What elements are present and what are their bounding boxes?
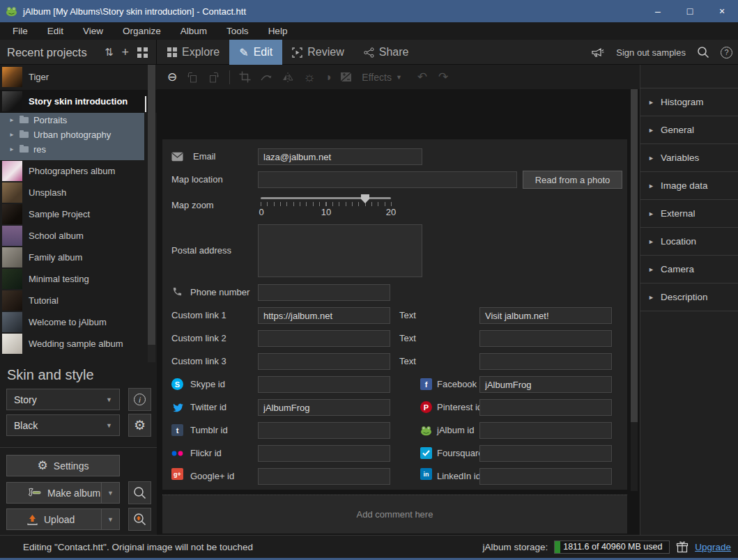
project-sample-project[interactable]: Sample Project [0,203,144,225]
contrast-icon[interactable]: ◑ [325,71,332,84]
projects-scrollbar[interactable] [148,65,155,362]
grid-view-icon[interactable] [137,47,148,58]
custom-link-3-text-field[interactable] [479,353,612,370]
maximize-button[interactable]: □ [674,6,706,17]
gift-icon[interactable] [676,540,689,553]
scrollbar-thumb[interactable] [631,89,638,422]
project-welcome-to-jalbum[interactable]: Welcome to jAlbum [0,311,144,333]
sort-projects-icon[interactable]: ⇅ [105,46,114,59]
style-select[interactable]: Black ▼ [6,414,120,436]
project-unsplash[interactable]: Unsplash [0,182,144,203]
folder-res[interactable]: ► res [0,142,144,157]
undo-icon[interactable]: ↶ [417,70,427,84]
crop-icon[interactable] [239,71,251,83]
project-minimal-testing[interactable]: Minimal testing [0,268,144,290]
style-settings-button[interactable]: ⚙ [128,414,151,437]
straighten-icon[interactable] [260,72,272,82]
scrollbar-thumb[interactable] [148,65,155,345]
upgrade-link[interactable]: Upgrade [695,542,731,552]
phone-number-field[interactable] [258,284,390,301]
upload-dropdown[interactable]: ▼ [101,509,119,529]
skin-info-button[interactable]: i [128,388,151,411]
flickr-id-field[interactable] [258,445,390,462]
upload-button[interactable]: Upload ▼ [6,508,120,530]
redo-icon[interactable]: ↷ [438,70,448,84]
pinterest-id-field[interactable] [479,399,612,416]
close-button[interactable]: × [706,6,738,17]
custom-link-2-text-field[interactable] [479,330,612,347]
facebook-id-field[interactable] [479,376,612,393]
preview-album-button[interactable] [128,481,151,504]
email-field[interactable] [258,148,422,165]
section-variables[interactable]: ►Variables [640,144,738,172]
section-histogram[interactable]: ►Histogram [640,88,738,116]
skin-select[interactable]: Story ▼ [6,389,120,410]
menu-edit[interactable]: Edit [38,22,73,40]
effects-dropdown[interactable]: Effects ▼ [362,72,401,83]
main-scrollbar[interactable] [631,89,638,491]
tumblr-id-field[interactable] [258,422,390,439]
custom-link-3-url-field[interactable] [258,353,390,370]
slider-track[interactable] [261,197,391,199]
custom-link-1-url-field[interactable] [258,307,390,324]
make-album-dropdown[interactable]: ▼ [101,483,119,503]
custom-link-1-text-field[interactable] [479,307,612,324]
search-icon[interactable] [697,46,709,59]
folder-urban-photography[interactable]: ► Urban photography [0,127,144,142]
add-project-icon[interactable]: + [121,45,129,60]
section-external[interactable]: ►External [640,200,738,228]
menu-file[interactable]: File [3,22,38,40]
brightness-icon[interactable]: ☼ [303,70,315,85]
map-zoom-slider[interactable]: 0 10 20 [261,194,391,217]
section-general[interactable]: ►General [640,116,738,144]
sign-out-link[interactable]: Sign out samples [616,47,686,58]
section-description[interactable]: ►Description [640,283,738,311]
rotate-right-icon[interactable] [208,71,220,84]
minimize-button[interactable]: – [642,6,674,17]
tab-share[interactable]: Share [354,40,419,65]
google-plus-id-field[interactable] [258,468,390,485]
expand-triangle-icon[interactable]: ► [9,117,15,123]
project-photographers-album[interactable]: Photographers album [0,160,144,182]
preview-upload-button[interactable] [128,508,151,531]
project-story-skin-introduction[interactable]: Story skin introduction [0,90,157,113]
twitter-id-field[interactable] [258,399,390,416]
announcements-megaphone-icon[interactable] [591,46,605,59]
project-wedding-sample-album[interactable]: Wedding sample album [0,333,144,355]
comment-area[interactable]: Add comment here [162,495,627,534]
project-thumbnail [2,269,22,289]
tab-explore[interactable]: Explore [157,40,229,65]
section-image-data[interactable]: ►Image data [640,172,738,200]
expand-triangle-icon[interactable]: ► [9,146,15,153]
menu-help[interactable]: Help [259,22,298,40]
menu-tools[interactable]: Tools [217,22,259,40]
rotate-left-icon[interactable] [186,71,199,84]
custom-link-2-url-field[interactable] [258,330,390,347]
tab-edit[interactable]: ✎ Edit [229,40,282,65]
flip-horizontal-icon[interactable] [282,72,294,83]
make-album-button[interactable]: Make album ▼ [6,482,120,504]
project-school-album[interactable]: School album [0,225,144,247]
skype-id-field[interactable] [258,376,390,393]
menu-view[interactable]: View [73,22,113,40]
project-tutorial[interactable]: Tutorial [0,290,144,311]
read-from-photo-button[interactable]: Read from a photo [523,171,622,189]
section-location[interactable]: ►Location [640,228,738,256]
map-location-field[interactable] [258,171,517,188]
project-family-album[interactable]: Family album [0,247,144,268]
foursquare-id-field[interactable] [479,445,612,462]
project-tiger[interactable]: Tiger [0,66,144,88]
menu-organize[interactable]: Organize [113,22,171,40]
help-icon[interactable]: ? [721,47,732,59]
jalbum-id-field[interactable] [479,422,612,439]
settings-button[interactable]: ⚙ Settings [6,455,120,476]
zoom-out-icon[interactable]: ⊖ [167,70,177,84]
exposure-icon[interactable] [340,72,352,82]
menu-album[interactable]: Album [171,22,217,40]
section-camera[interactable]: ►Camera [640,256,738,283]
folder-portraits[interactable]: ► Portraits [0,113,144,127]
tab-review[interactable]: Review [282,40,353,65]
expand-triangle-icon[interactable]: ► [9,132,15,138]
linkedin-id-field[interactable] [479,468,612,485]
postal-address-field[interactable] [258,224,422,277]
